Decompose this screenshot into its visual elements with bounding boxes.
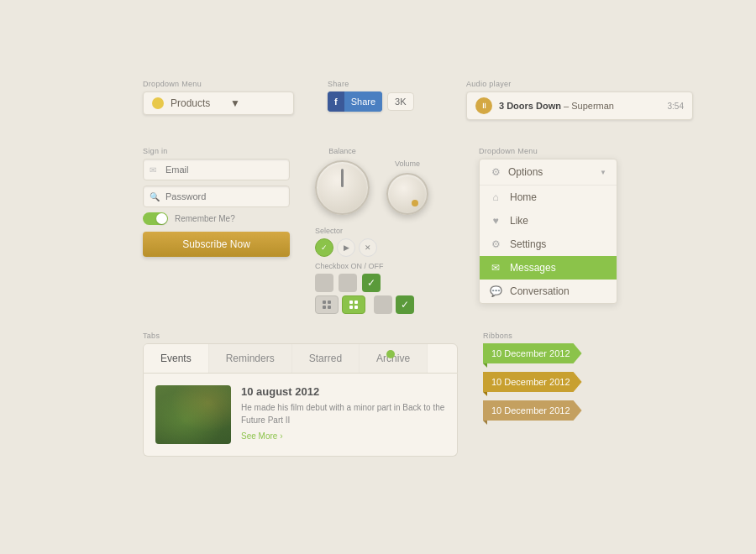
audio-song: Superman xyxy=(571,101,614,111)
subscribe-button[interactable]: Subscribe Now xyxy=(143,232,290,257)
tab-notification-badge xyxy=(386,350,395,358)
dropdown-menu-box: ⚙ Options ▼ ⌂ Home ♥ Like ⚙ Settings ✉ M… xyxy=(479,159,617,304)
knobs-section: Balance Volume Selector ✓ ▶ ✕ Checkbox O… xyxy=(315,147,449,314)
lock-icon: 🔍 xyxy=(150,192,160,201)
signin-label: Sign in xyxy=(143,147,290,155)
share-section: Share f Share 3K xyxy=(328,80,437,112)
selector-row: ✓ ▶ ✕ xyxy=(315,238,449,257)
remember-toggle[interactable] xyxy=(143,212,168,225)
share-label: Share xyxy=(328,80,437,88)
tab-archive[interactable]: Archive xyxy=(360,344,428,373)
audio-play-button[interactable] xyxy=(475,97,492,114)
dropdown-top-box[interactable]: Products ▼ xyxy=(143,91,294,115)
dropdown-circle-icon xyxy=(152,97,164,109)
ribbon-green-text: 10 December 2012 xyxy=(491,348,570,358)
checkbox-off-1[interactable] xyxy=(315,274,333,292)
facebook-icon: f xyxy=(328,91,344,112)
dropdown-menu-label: Dropdown Menu xyxy=(479,147,617,155)
volume-knob[interactable] xyxy=(386,173,428,215)
grid-row xyxy=(315,295,449,314)
home-icon: ⌂ xyxy=(490,191,501,203)
tabs-section: Tabs Events Reminders Starred Archive 10… xyxy=(143,332,458,457)
menu-item-messages[interactable]: ✉ Messages xyxy=(480,256,617,280)
menu-messages-label: Messages xyxy=(510,262,556,274)
audio-title: 3 Doors Down – Superman xyxy=(499,101,661,111)
grid-dots-2 xyxy=(349,301,358,309)
see-more-arrow: › xyxy=(280,431,282,441)
balance-label: Balance xyxy=(328,147,356,155)
share-button[interactable]: f Share xyxy=(328,91,382,112)
see-more-label: See More xyxy=(241,431,277,441)
audio-section: Audio player 3 Doors Down – Superman 3:5… xyxy=(466,80,693,120)
audio-time: 3:54 xyxy=(668,102,684,111)
ribbon-green: 10 December 2012 xyxy=(483,343,582,363)
menu-item-home[interactable]: ⌂ Home xyxy=(480,186,617,209)
tab-starred[interactable]: Starred xyxy=(292,344,360,373)
balance-knob[interactable] xyxy=(315,160,370,215)
ribbon-item-2: 10 December 2012 xyxy=(483,372,651,392)
checkbox-extra-1[interactable] xyxy=(374,295,392,314)
selector-play-btn[interactable]: ▶ xyxy=(337,238,355,257)
volume-label: Volume xyxy=(395,159,420,168)
grid-btn-2[interactable] xyxy=(342,295,365,314)
volume-group: Volume xyxy=(386,159,428,215)
ribbons-label: Ribbons xyxy=(483,332,651,340)
tab-reminders[interactable]: Reminders xyxy=(209,344,292,373)
see-more-link[interactable]: See More › xyxy=(241,431,445,441)
checkbox-on[interactable] xyxy=(362,274,381,292)
audio-label: Audio player xyxy=(466,80,693,88)
dropdown-top-label: Dropdown Menu xyxy=(143,80,294,88)
ribbon-gold: 10 December 2012 xyxy=(483,372,582,392)
settings-gear-icon: ⚙ xyxy=(490,238,501,250)
checkbox-off-2[interactable] xyxy=(339,274,357,292)
dropdown-top-value: Products xyxy=(171,97,225,109)
tabs-section-label: Tabs xyxy=(143,332,458,340)
audio-artist: 3 Doors Down xyxy=(499,101,561,111)
menu-settings-label: Settings xyxy=(510,238,546,250)
tabs-content: 10 august 2012 He made his film debut wi… xyxy=(143,374,458,457)
ribbon-gold-fold xyxy=(483,392,487,396)
event-date: 10 august 2012 xyxy=(241,385,445,398)
knob-indicator xyxy=(412,200,418,206)
ribbon-item-3: 10 December 2012 xyxy=(483,400,651,421)
selector-check-btn[interactable]: ✓ xyxy=(315,238,333,257)
menu-header-left: ⚙ Options xyxy=(490,166,543,178)
ribbon-green-fold xyxy=(483,363,487,368)
tabs-bar: Events Reminders Starred Archive xyxy=(143,343,458,374)
knobs-row: Balance Volume xyxy=(315,147,449,215)
menu-header: ⚙ Options ▼ xyxy=(480,159,617,186)
tab-events[interactable]: Events xyxy=(144,344,209,373)
menu-options-label: Options xyxy=(508,166,543,178)
chevron-down-icon: ▼ xyxy=(230,97,285,109)
email-icon: ✉ xyxy=(150,165,156,175)
menu-conversation-label: Conversation xyxy=(510,285,570,297)
ribbon-gold-text: 10 December 2012 xyxy=(491,377,570,387)
menu-item-conversation[interactable]: 💬 Conversation xyxy=(480,280,617,303)
event-thumbnail xyxy=(155,385,231,444)
remember-label: Remember Me? xyxy=(175,214,235,223)
password-input[interactable] xyxy=(143,186,290,207)
menu-item-like[interactable]: ♥ Like xyxy=(480,209,617,233)
event-thumbnail-image xyxy=(155,385,231,444)
event-description: He made his film debut with a minor part… xyxy=(241,401,445,426)
balance-group: Balance xyxy=(315,147,370,215)
selector-close-btn[interactable]: ✕ xyxy=(359,238,377,257)
ribbons-section: Ribbons 10 December 2012 10 December 201… xyxy=(483,332,651,429)
options-gear-icon: ⚙ xyxy=(490,166,501,178)
ribbon-tan: 10 December 2012 xyxy=(483,400,582,421)
messages-icon: ✉ xyxy=(490,262,501,274)
grid-btn-1[interactable] xyxy=(315,295,339,314)
menu-item-settings[interactable]: ⚙ Settings xyxy=(480,233,617,256)
ribbon-item-1: 10 December 2012 xyxy=(483,343,651,363)
share-button-label: Share xyxy=(344,91,382,112)
checkbox-label: Checkbox ON / OFF xyxy=(315,262,449,270)
selector-label: Selector xyxy=(315,227,449,235)
email-wrapper: ✉ xyxy=(143,159,290,180)
dropdown-menu-section: Dropdown Menu ⚙ Options ▼ ⌂ Home ♥ Like … xyxy=(479,147,617,304)
password-wrapper: 🔍 xyxy=(143,186,290,207)
conversation-icon: 💬 xyxy=(490,285,501,297)
checkbox-extra-2[interactable] xyxy=(396,295,414,314)
remember-row: Remember Me? xyxy=(143,212,290,225)
ribbon-tan-text: 10 December 2012 xyxy=(491,405,570,416)
email-input[interactable] xyxy=(143,159,290,180)
